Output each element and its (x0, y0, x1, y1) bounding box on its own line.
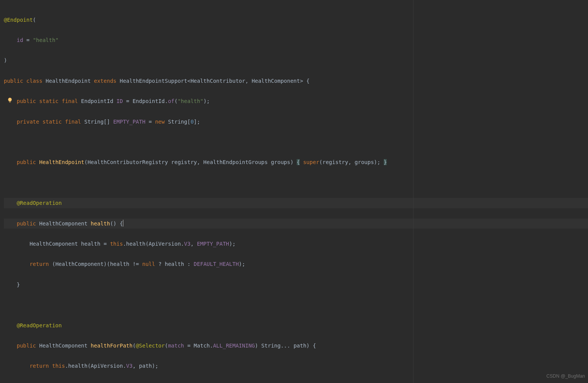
code-line[interactable]: } (4, 381, 588, 383)
lightbulb-icon[interactable] (7, 97, 13, 103)
code-line[interactable]: public HealthComponent healthForPath(@Se… (4, 341, 588, 351)
code-line[interactable]: @Endpoint( (4, 15, 588, 25)
code-line[interactable] (4, 178, 588, 188)
code-area[interactable]: @Endpoint( id = "health" ) public class … (4, 0, 588, 383)
text-cursor (123, 220, 123, 227)
code-line[interactable]: HealthComponent health = this.health(Api… (4, 239, 588, 249)
code-line[interactable] (4, 137, 588, 147)
code-line[interactable]: @ReadOperation (4, 320, 588, 331)
code-line[interactable]: public HealthComponent health() { (4, 219, 588, 229)
watermark: CSDN @_BugMan (546, 371, 585, 381)
code-line[interactable]: return this.health(ApiVersion.V3, path); (4, 361, 588, 371)
code-line[interactable]: public static final EndpointId ID = Endp… (4, 96, 588, 106)
code-line[interactable]: id = "health" (4, 35, 588, 45)
code-line[interactable]: public class HealthEndpoint extends Heal… (4, 76, 588, 86)
code-line[interactable]: private static final String[] EMPTY_PATH… (4, 117, 588, 127)
code-line[interactable]: @ReadOperation (4, 198, 588, 208)
code-editor[interactable]: @Endpoint( id = "health" ) public class … (0, 0, 588, 383)
code-line[interactable]: public HealthEndpoint(HealthContributorR… (4, 157, 588, 167)
margin-guide (413, 0, 414, 383)
code-line[interactable]: return (HealthComponent)(health != null … (4, 259, 588, 269)
code-line[interactable] (4, 300, 588, 310)
code-line[interactable]: ) (4, 55, 588, 66)
code-line[interactable]: } (4, 280, 588, 290)
